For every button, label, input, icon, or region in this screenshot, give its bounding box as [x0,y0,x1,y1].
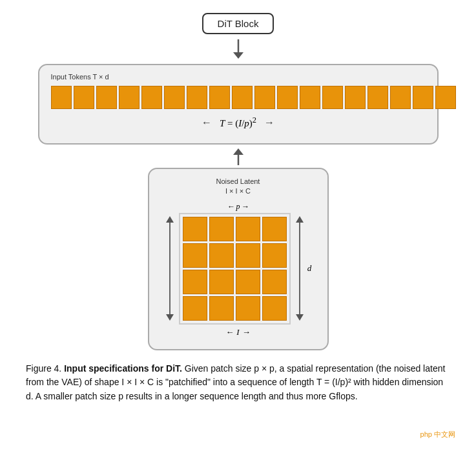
token-cell [74,86,94,109]
I-dimension-bottom: ← I → [225,327,250,337]
grid-cell [183,296,207,321]
tokens-row [51,86,426,109]
tokens-box: Input Tokens T × d [38,64,439,145]
noised-label: Noised Latent I × I × C [162,177,315,197]
dit-block-box: DiT Block [202,13,274,34]
caption-bold: Input specifications for DiT. [64,363,182,374]
caption: Figure 4. Input specifications for DiT. … [19,362,457,404]
arrow-up-section [19,147,457,165]
grid-position-wrapper [179,213,291,325]
arrow-down-from-dit [19,39,457,60]
noised-label-line1: Noised Latent [216,177,260,185]
token-cell [96,86,117,109]
grid-cell [262,243,287,268]
token-cell [51,86,72,109]
page: DiT Block Input Tokens T × d [0,0,476,451]
d-dimension-right [295,214,305,323]
token-cell [345,86,366,109]
token-cell [209,86,230,109]
figure-number: Figure 4. [26,363,61,374]
token-cell [141,86,162,109]
dit-block-container: DiT Block [19,13,457,34]
grid-cell [236,243,260,268]
token-cell [232,86,253,109]
noised-box: Noised Latent I × I × C ← p → [148,168,329,350]
grid-cell [262,217,287,241]
token-cell [435,86,456,109]
grid-cell [209,296,234,321]
grid-cell [262,296,287,321]
grid-cell [262,270,287,294]
grid-cell [209,270,234,294]
grid-cell [236,296,260,321]
svg-marker-6 [166,314,174,321]
token-cell [322,86,343,109]
p-label: p [236,202,240,212]
watermark: php 中文网 [420,430,455,439]
grid-cell [209,217,234,241]
token-cell [187,86,207,109]
token-cell [413,86,433,109]
noised-label-line2: I × I × C [225,187,251,195]
token-cell [300,86,320,109]
token-cell [119,86,140,109]
p-dimension-label: ← p → [227,202,249,212]
d-label: d [307,263,312,274]
watermark-text: php 中文网 [420,430,455,438]
tokens-formula-row: ← T = (I/p)2 → [51,115,426,129]
arrow-right-icon: → [264,117,274,128]
tokens-formula: T = (I/p)2 [220,115,256,129]
svg-marker-1 [233,52,243,59]
tokens-section: Input Tokens T × d [19,64,457,145]
token-cell [277,86,298,109]
svg-marker-3 [233,148,243,155]
I-label-bottom: I [236,327,239,337]
I-dimension-left [165,214,175,323]
noised-grid-wrapper: ← p → [162,202,315,337]
token-cell [164,86,185,109]
grid-cell [183,270,207,294]
noised-section: Noised Latent I × I × C ← p → [19,168,457,350]
grid-with-dims: d [165,213,312,325]
svg-marker-5 [166,216,174,223]
tokens-label: Input Tokens T × d [51,73,426,81]
grid-cell [183,217,207,241]
grid-cell [236,270,260,294]
token-cell [367,86,388,109]
svg-marker-9 [296,314,304,321]
token-cell [254,86,275,109]
dit-block-label: DiT Block [218,18,259,29]
grid-cell [209,243,234,268]
noised-grid [179,213,291,325]
grid-cell [236,217,260,241]
grid-cell [183,243,207,268]
svg-marker-8 [296,216,304,223]
token-cell [390,86,411,109]
arrow-left-icon: ← [202,117,212,128]
